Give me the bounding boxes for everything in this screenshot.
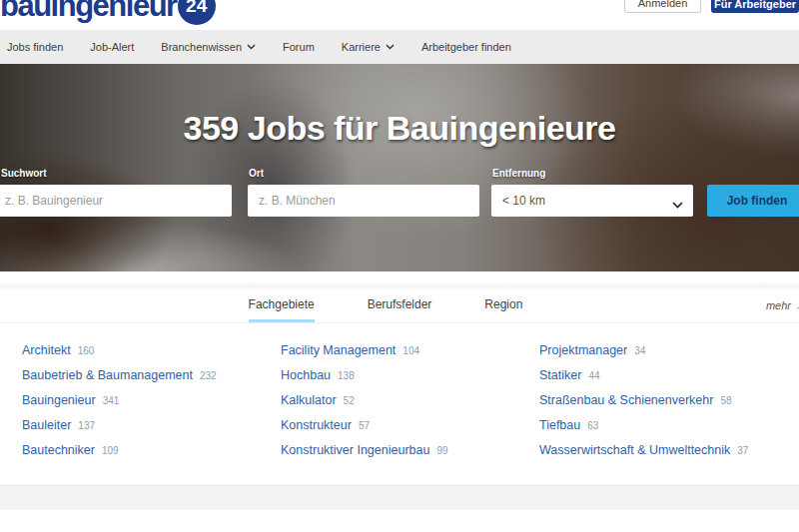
category-link-facility-management[interactable]: Facility Management 104	[281, 343, 530, 359]
job-count: 109	[102, 445, 119, 456]
distance-selected-value: < 10 km	[502, 194, 545, 208]
main-navbar: Jobs finden Job-Alert Branchenwissen For…	[0, 30, 799, 64]
tab-berufsfelder[interactable]: Berufsfelder	[368, 297, 432, 322]
category-column-1: Architekt 160 Baubetrieb & Baumanagement…	[22, 343, 272, 468]
nav-item-job-alert[interactable]: Job-Alert	[90, 41, 134, 53]
nav-item-label: Branchenwissen	[161, 41, 242, 53]
job-count: 57	[359, 420, 370, 431]
category-link-bauleiter[interactable]: Bauleiter 137	[22, 418, 272, 434]
nav-item-forum[interactable]: Forum	[283, 41, 315, 53]
category-link-konstrukteur[interactable]: Konstrukteur 57	[281, 418, 530, 434]
hero-section: 359 Jobs für Bauingenieure Suchwort Ort …	[0, 64, 799, 271]
nav-item-arbeitgeber-finden[interactable]: Arbeitgeber finden	[421, 41, 511, 53]
category-column-3: Projektmanager 34 Statiker 44 Straßenbau…	[539, 343, 789, 468]
section-shadow-divider	[0, 281, 799, 290]
job-count: 37	[737, 445, 748, 456]
hero-title: 359 Jobs für Bauingenieure	[0, 108, 799, 148]
job-count: 34	[634, 345, 645, 356]
job-count: 160	[78, 345, 95, 356]
category-link-hochbau[interactable]: Hochbau 138	[281, 368, 530, 384]
nav-item-label: Job-Alert	[90, 41, 134, 53]
page: bauingenieur 24 Anmelden Für Arbeitgeber…	[0, 0, 799, 532]
category-link-strassenbau[interactable]: Straßenbau & Schienenverkehr 58	[539, 393, 789, 409]
category-column-2: Facility Management 104 Hochbau 138 Kalk…	[281, 343, 530, 468]
category-link-tiefbau[interactable]: Tiefbau 63	[539, 418, 789, 434]
job-count: 104	[402, 345, 419, 356]
top-header: bauingenieur 24 Anmelden Für Arbeitgeber	[0, 0, 799, 30]
category-link-statiker[interactable]: Statiker 44	[539, 368, 789, 384]
tab-region[interactable]: Region	[484, 297, 522, 322]
location-input[interactable]	[248, 185, 479, 217]
distance-select[interactable]: < 10 km	[491, 185, 693, 217]
more-link-label: mehr	[766, 299, 791, 311]
more-link[interactable]: mehr →	[766, 299, 799, 311]
keyword-label: Suchwort	[1, 168, 47, 179]
nav-item-karriere[interactable]: Karriere	[342, 41, 395, 53]
job-count: 341	[103, 395, 120, 406]
job-count: 63	[587, 420, 598, 431]
location-label: Ort	[249, 168, 264, 179]
job-count: 99	[436, 445, 447, 456]
category-link-konstruktiver-ingenieurbau[interactable]: Konstruktiver Ingenieurbau 99	[281, 443, 530, 459]
category-link-baubetrieb[interactable]: Baubetrieb & Baumanagement 232	[22, 368, 272, 384]
login-button[interactable]: Anmelden	[624, 0, 701, 13]
chevron-down-icon	[386, 44, 395, 50]
job-count: 138	[338, 370, 355, 381]
job-count: 44	[588, 370, 599, 381]
nav-item-label: Jobs finden	[7, 41, 63, 53]
chevron-down-icon	[672, 198, 683, 212]
category-link-bautechniker[interactable]: Bautechniker 109	[22, 443, 272, 459]
distance-label: Entfernung	[492, 168, 545, 179]
category-link-bauingenieur[interactable]: Bauingenieur 341	[22, 393, 272, 409]
nav-item-label: Karriere	[342, 41, 381, 53]
job-count: 58	[720, 395, 731, 406]
logo-badge-24: 24	[178, 0, 216, 25]
category-link-projektmanager[interactable]: Projektmanager 34	[539, 343, 789, 359]
category-tabs: Fachgebiete Berufsfelder Region	[0, 297, 785, 322]
footer-band	[0, 485, 799, 510]
logo-text: bauingenieur	[0, 0, 177, 24]
job-finden-button[interactable]: Job finden	[707, 185, 799, 217]
job-count: 232	[200, 370, 217, 381]
category-link-kalkulator[interactable]: Kalkulator 52	[281, 393, 530, 409]
arrow-right-icon: →	[795, 299, 799, 311]
nav-item-label: Forum	[283, 41, 315, 53]
job-count: 137	[78, 420, 95, 431]
job-count: 52	[344, 395, 355, 406]
categories-section: Fachgebiete Berufsfelder Region mehr → A…	[0, 271, 799, 485]
tab-fachgebiete[interactable]: Fachgebiete	[249, 297, 315, 322]
tabs-divider	[0, 322, 799, 323]
nav-item-label: Arbeitgeber finden	[421, 41, 511, 53]
nav-item-branchenwissen[interactable]: Branchenwissen	[161, 41, 256, 53]
chevron-down-icon	[247, 44, 256, 50]
brand-logo[interactable]: bauingenieur 24	[0, 0, 216, 25]
category-link-architekt[interactable]: Architekt 160	[22, 343, 272, 359]
category-link-wasserwirtschaft[interactable]: Wasserwirtschaft & Umwelttechnik 37	[539, 443, 789, 459]
nav-item-jobs-finden[interactable]: Jobs finden	[7, 41, 63, 53]
employer-button[interactable]: Für Arbeitgeber	[711, 0, 799, 13]
keyword-input[interactable]	[0, 185, 232, 217]
